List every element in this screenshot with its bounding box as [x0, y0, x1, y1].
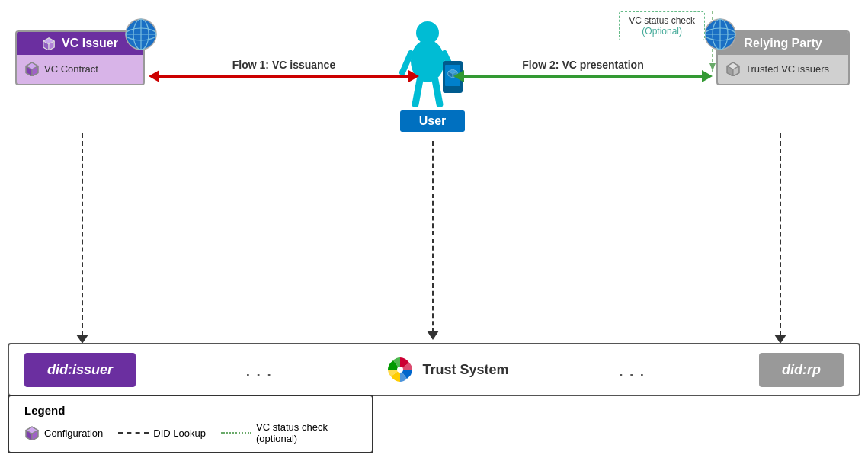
trust-system-icon	[386, 355, 415, 384]
arrow-down-rp	[774, 331, 786, 344]
vc-contract-text: VC Contract	[44, 63, 98, 75]
cube-icon-issuer	[42, 37, 56, 50]
did-rp-label: did:rp	[782, 362, 821, 377]
flow2-line: Flow 2: VC presentation	[464, 75, 702, 78]
flow2-arrow-right	[702, 70, 713, 82]
flow2-arrow-left	[453, 70, 464, 82]
vc-status-box: VC status check (Optional)	[619, 11, 705, 40]
legend-did-label: DID Lookup	[153, 427, 206, 439]
cube-icon-contract	[24, 61, 40, 76]
relying-party-box: Relying Party Trusted VC issuers	[716, 30, 850, 85]
legend-config-label: Configuration	[44, 427, 103, 439]
legend-item-did: DID Lookup	[118, 427, 206, 439]
dashed-line-rp	[780, 133, 781, 335]
trust-system-label: Trust System	[422, 362, 508, 378]
vc-issuer-label: VC Issuer	[62, 37, 118, 50]
flow1-arrow-left	[149, 70, 159, 82]
legend-cube-icon	[24, 425, 40, 440]
legend-item-vc-status: VC status check(optional)	[221, 421, 328, 444]
did-rp-box: did:rp	[759, 353, 844, 387]
svg-line-27	[435, 80, 440, 104]
dashed-line-issuer	[82, 133, 83, 335]
vc-status-line2: (Optional)	[642, 26, 682, 37]
legend-title: Legend	[24, 404, 357, 417]
globe-icon-issuer	[125, 18, 157, 53]
legend-box: Legend Configuration DID Lookup VC statu…	[8, 395, 373, 453]
dashed-line-user	[432, 141, 434, 333]
legend-dotted-line	[221, 432, 251, 434]
did-issuer-box: did:issuer	[24, 353, 136, 387]
flow1-line: Flow 1: VC issuance	[159, 75, 408, 78]
relying-party-title: Relying Party	[718, 32, 848, 55]
flow2-label: Flow 2: VC presentation	[522, 59, 643, 71]
cube-icon-trusted	[725, 61, 741, 76]
user-label: User	[400, 110, 466, 132]
trust-system-row: did:issuer ... Trust S	[8, 343, 860, 396]
legend-vc-status-label: VC status check(optional)	[256, 421, 328, 444]
legend-item-config: Configuration	[24, 425, 103, 440]
dots-left: ...	[245, 357, 277, 382]
flow2-arrow-container: Flow 2: VC presentation	[453, 70, 713, 82]
vc-issuer-box: VC Issuer VC Contract	[15, 30, 145, 85]
diagram-container: VC status check (Optional)	[0, 0, 868, 461]
legend-dashed-line	[118, 432, 149, 434]
svg-line-26	[415, 80, 420, 104]
legend-items: Configuration DID Lookup VC status check…	[24, 421, 357, 444]
arrow-down-issuer	[76, 331, 88, 344]
dots-right: ...	[618, 357, 649, 382]
did-issuer-label: did:issuer	[47, 362, 113, 377]
arrow-down-user	[427, 328, 439, 340]
globe-icon-rp	[704, 18, 736, 53]
vc-status-line1: VC status check	[629, 15, 695, 26]
trusted-vc-text: Trusted VC issuers	[745, 63, 829, 75]
svg-marker-38	[427, 331, 439, 340]
flow1-arrow-container: Flow 1: VC issuance	[149, 70, 419, 82]
main-area: VC status check (Optional)	[8, 8, 857, 381]
svg-point-40	[397, 367, 403, 373]
user-figure	[399, 19, 467, 107]
trust-system-center: Trust System	[386, 355, 508, 384]
flow1-label: Flow 1: VC issuance	[232, 59, 335, 71]
trusted-vc-label: Trusted VC issuers	[725, 61, 841, 76]
vc-contract-label: VC Contract	[24, 61, 136, 76]
relying-party-label: Relying Party	[744, 37, 822, 50]
flow1-arrow-right	[408, 70, 419, 82]
